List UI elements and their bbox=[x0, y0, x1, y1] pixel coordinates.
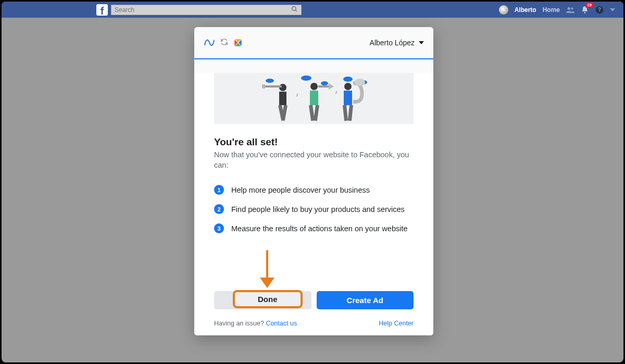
bullet-number: 2 bbox=[214, 204, 224, 214]
friend-requests-icon[interactable] bbox=[566, 6, 574, 14]
annotation-arrow-icon bbox=[242, 250, 433, 292]
svg-text:♪: ♪ bbox=[296, 92, 298, 97]
svg-point-25 bbox=[355, 79, 365, 86]
svg-point-4 bbox=[584, 12, 586, 14]
svg-rect-19 bbox=[310, 91, 318, 105]
svg-point-7 bbox=[266, 79, 274, 83]
svg-point-8 bbox=[301, 76, 311, 81]
account-dropdown-caret-icon[interactable] bbox=[610, 8, 615, 11]
svg-point-18 bbox=[310, 83, 318, 90]
home-link[interactable]: Home bbox=[543, 6, 560, 14]
help-icon[interactable]: ? bbox=[595, 6, 604, 14]
svg-rect-22 bbox=[313, 105, 319, 121]
search-icon[interactable] bbox=[291, 6, 298, 14]
facebook-logo-icon[interactable]: f bbox=[96, 4, 108, 16]
modal-content: You're all set! Now that you've connecte… bbox=[194, 131, 433, 240]
svg-line-1 bbox=[295, 10, 297, 11]
svg-point-9 bbox=[321, 81, 328, 85]
setup-complete-modal: Alberto López bbox=[194, 27, 433, 335]
svg-rect-15 bbox=[279, 92, 286, 105]
search-input[interactable] bbox=[115, 6, 291, 14]
topbar-right: Alberto Home 19 ? bbox=[499, 5, 619, 15]
create-ad-button[interactable]: Create Ad bbox=[317, 291, 414, 309]
svg-rect-24 bbox=[344, 91, 352, 105]
topbar-user-name[interactable]: Alberto bbox=[515, 6, 536, 14]
refresh-icon[interactable] bbox=[220, 38, 228, 47]
svg-point-23 bbox=[344, 83, 352, 90]
bullet-number: 3 bbox=[214, 223, 224, 233]
bullet-item: 3 Measure the results of actions taken o… bbox=[214, 223, 414, 233]
modal-subtitle: Now that you've connected your website t… bbox=[214, 150, 414, 170]
avatar[interactable] bbox=[499, 5, 508, 15]
meta-product-icons bbox=[204, 38, 243, 47]
facebook-topbar: f Alberto Home 19 ? bbox=[2, 2, 623, 18]
celebration-illustration: ♪ ♪ bbox=[214, 73, 414, 124]
app-switcher-icon[interactable] bbox=[233, 38, 243, 47]
svg-rect-14 bbox=[262, 84, 265, 89]
chevron-down-icon bbox=[419, 41, 424, 44]
done-button-background[interactable]: Done bbox=[214, 291, 311, 309]
bullet-list: 1 Help more people discover your busines… bbox=[214, 185, 414, 233]
modal-footer-links: Having an issue? Contact us Help Center bbox=[194, 317, 433, 335]
bullet-number: 1 bbox=[214, 185, 224, 195]
svg-point-2 bbox=[568, 7, 570, 9]
bullet-text: Measure the results of actions taken on … bbox=[231, 224, 408, 233]
svg-text:♪: ♪ bbox=[335, 89, 338, 95]
contact-us-link[interactable]: Contact us bbox=[266, 320, 297, 327]
modal-footer-buttons: Done Create Ad bbox=[194, 289, 433, 317]
svg-point-3 bbox=[571, 7, 573, 9]
help-center-link[interactable]: Help Center bbox=[379, 320, 414, 327]
svg-text:?: ? bbox=[598, 7, 601, 12]
page-background: f Alberto Home 19 ? bbox=[2, 2, 623, 362]
modal-body: ♪ ♪ You're all set! Now that you've conn… bbox=[194, 73, 433, 335]
svg-rect-20 bbox=[318, 85, 329, 87]
search-box[interactable] bbox=[111, 5, 302, 15]
svg-point-10 bbox=[343, 77, 353, 82]
modal-user-name: Alberto López bbox=[370, 39, 415, 47]
bullet-text: Find people likely to buy your products … bbox=[231, 205, 405, 214]
notifications-icon[interactable]: 19 bbox=[581, 6, 589, 14]
svg-rect-13 bbox=[264, 85, 282, 87]
svg-rect-27 bbox=[347, 105, 353, 121]
svg-point-0 bbox=[292, 6, 296, 10]
svg-rect-26 bbox=[343, 105, 348, 121]
done-button[interactable]: Done bbox=[233, 290, 303, 308]
meta-logo-icon[interactable] bbox=[204, 39, 215, 46]
bullet-item: 2 Find people likely to buy your product… bbox=[214, 204, 414, 214]
modal-user-dropdown[interactable]: Alberto López bbox=[370, 39, 424, 47]
bullet-text: Help more people discover your business bbox=[231, 186, 370, 194]
notification-badge: 19 bbox=[585, 3, 593, 8]
modal-title: You're all set! bbox=[214, 136, 414, 148]
issue-text: Having an issue? Contact us bbox=[214, 320, 297, 327]
modal-header: Alberto López bbox=[194, 27, 433, 59]
bullet-item: 1 Help more people discover your busines… bbox=[214, 185, 414, 195]
